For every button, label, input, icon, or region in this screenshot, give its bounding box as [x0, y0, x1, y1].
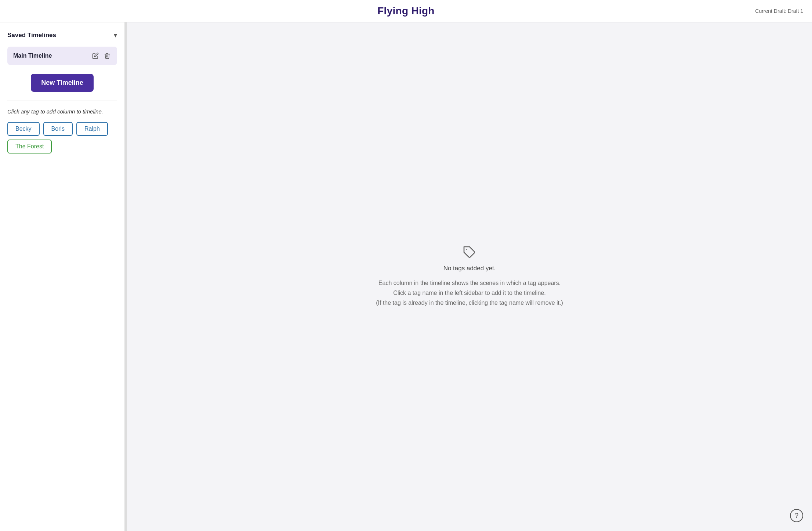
current-draft-label: Current Draft: Draft 1: [755, 8, 803, 14]
tag-boris[interactable]: Boris: [43, 122, 73, 136]
main-content: No tags added yet. Each column in the ti…: [127, 22, 812, 531]
empty-state-description: Each column in the timeline shows the sc…: [376, 278, 563, 308]
empty-state-title: No tags added yet.: [443, 265, 496, 272]
empty-description-line3: (If the tag is already in the timeline, …: [376, 298, 563, 308]
sidebar-divider: [7, 101, 117, 101]
edit-timeline-button[interactable]: [91, 52, 99, 60]
main-timeline-item: Main Timeline: [7, 47, 117, 65]
tag-becky[interactable]: Becky: [7, 122, 40, 136]
tag-the-forest[interactable]: The Forest: [7, 140, 52, 153]
tag-icon: [463, 246, 476, 259]
saved-timelines-label: Saved Timelines: [7, 32, 56, 39]
edit-icon: [92, 53, 99, 59]
trash-icon: [104, 53, 110, 59]
empty-description-line1: Each column in the timeline shows the sc…: [376, 278, 563, 288]
tag-ralph[interactable]: Ralph: [76, 122, 108, 136]
tags-instruction: Click any tag to add column to timeline.: [7, 108, 117, 115]
main-timeline-name: Main Timeline: [13, 53, 52, 59]
empty-description-line2: Click a tag name in the left sidebar to …: [376, 288, 563, 298]
help-button[interactable]: ?: [790, 509, 803, 522]
delete-timeline-button[interactable]: [103, 52, 111, 60]
sidebar: Saved Timelines ▾ Main Timeline: [0, 22, 125, 531]
new-timeline-button[interactable]: New Timeline: [31, 74, 94, 92]
chevron-down-icon: ▾: [114, 31, 117, 39]
app-title: Flying High: [377, 5, 435, 17]
saved-timelines-toggle[interactable]: Saved Timelines ▾: [7, 31, 117, 39]
main-layout: Saved Timelines ▾ Main Timeline: [0, 22, 812, 531]
tags-container: Becky Boris Ralph The Forest: [7, 122, 117, 153]
timeline-item-actions: [91, 52, 111, 60]
empty-state: No tags added yet. Each column in the ti…: [376, 246, 563, 308]
app-header: Flying High Current Draft: Draft 1: [0, 0, 812, 22]
